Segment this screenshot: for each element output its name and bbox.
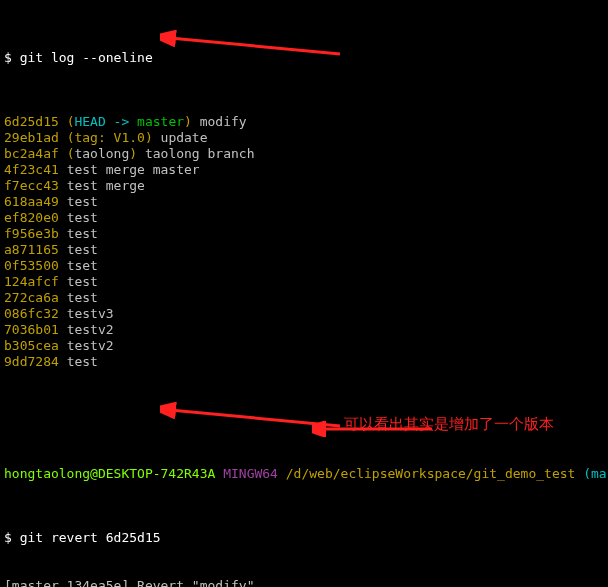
commit-msg: testv2	[67, 338, 114, 353]
ps1-host: MINGW64	[223, 466, 286, 481]
terminal[interactable]: $ git log --oneline 6d25d15 (HEAD -> mas…	[0, 0, 608, 587]
commit-hash: bc2a4af	[4, 146, 59, 161]
annotation-text: 可以看出其实是增加了一个版本	[344, 416, 554, 432]
output-line: [master 134ea5e] Revert "modify"	[4, 578, 604, 587]
log-line: 7036b01 testv2	[4, 322, 604, 338]
commit-msg: test	[67, 210, 98, 225]
commit-msg: taolong branch	[145, 146, 255, 161]
commit-msg: test	[67, 194, 98, 209]
log-line: 4f23c41 test merge master	[4, 162, 604, 178]
commit-msg: update	[161, 130, 208, 145]
commit-msg: test	[67, 290, 98, 305]
log-line: 272ca6a test	[4, 290, 604, 306]
commit-msg: test	[67, 242, 98, 257]
commit-msg: test	[67, 354, 98, 369]
commit-msg: test merge	[67, 178, 145, 193]
command-text: git revert 6d25d15	[20, 530, 161, 545]
commit-hash: f956e3b	[4, 226, 59, 241]
commit-hash: 272ca6a	[4, 290, 59, 305]
commit-hash: 9dd7284	[4, 354, 59, 369]
prompt-line: hongtaolong@DESKTOP-742R43A MINGW64 /d/w…	[4, 466, 604, 482]
git-log-output: 6d25d15 (HEAD -> master) modify29eb1ad (…	[4, 114, 604, 370]
commit-hash: 086fc32	[4, 306, 59, 321]
log-line: f7ecc43 test merge	[4, 178, 604, 194]
prompt: $	[4, 50, 20, 65]
ps1-branch: master	[591, 466, 608, 481]
log-line: a871165 test	[4, 242, 604, 258]
command-line: $ git revert 6d25d15	[4, 530, 604, 546]
commit-hash: 0f53500	[4, 258, 59, 273]
log-line: f956e3b test	[4, 226, 604, 242]
commit-hash: 4f23c41	[4, 162, 59, 177]
commit-msg: test merge master	[67, 162, 200, 177]
arrow-annotation	[160, 370, 350, 466]
commit-hash: 29eb1ad	[4, 130, 59, 145]
command-line: $ git log --oneline	[4, 50, 604, 66]
commit-msg: testv3	[67, 306, 114, 321]
commit-msg: test	[67, 226, 98, 241]
ps1-branch-open: (	[583, 466, 591, 481]
log-line: ef820e0 test	[4, 210, 604, 226]
log-line: 618aa49 test	[4, 194, 604, 210]
log-line: 29eb1ad (tag: V1.0) update	[4, 130, 604, 146]
commit-hash: ef820e0	[4, 210, 59, 225]
log-line: 0f53500 tset	[4, 258, 604, 274]
commit-hash: 618aa49	[4, 194, 59, 209]
commit-hash: b305cea	[4, 338, 59, 353]
arrow-annotation	[160, 0, 350, 94]
log-line: bc2a4af (taolong) taolong branch	[4, 146, 604, 162]
ps1-user: hongtaolong@DESKTOP-742R43A	[4, 466, 223, 481]
commit-hash: 124afcf	[4, 274, 59, 289]
ps1-path: /d/web/eclipseWorkspace/git_demo_test	[286, 466, 583, 481]
commit-msg: modify	[200, 114, 247, 129]
log-line: 9dd7284 test	[4, 354, 604, 370]
commit-hash: 7036b01	[4, 322, 59, 337]
log-line: b305cea testv2	[4, 338, 604, 354]
log-line: 124afcf test	[4, 274, 604, 290]
command-text: git log --oneline	[20, 50, 153, 65]
commit-hash: a871165	[4, 242, 59, 257]
log-line: 086fc32 testv3	[4, 306, 604, 322]
commit-msg: testv2	[67, 322, 114, 337]
commit-msg: test	[67, 274, 98, 289]
commit-hash: 6d25d15	[4, 114, 59, 129]
log-line: 6d25d15 (HEAD -> master) modify	[4, 114, 604, 130]
commit-msg: tset	[67, 258, 98, 273]
prompt: $	[4, 530, 20, 545]
commit-hash: f7ecc43	[4, 178, 59, 193]
